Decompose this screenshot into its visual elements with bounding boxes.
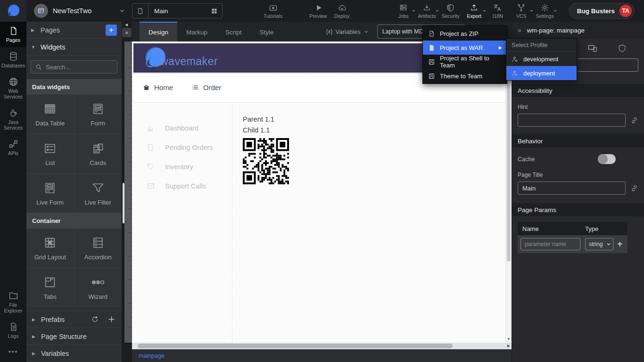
panel-section-page-structure[interactable]: ▶Page Structure xyxy=(26,328,122,345)
menu-item-inventory[interactable]: Inventory xyxy=(133,157,232,176)
pages-section-header[interactable]: ▶ Pages + xyxy=(26,22,122,39)
widget-tile-cards[interactable]: Cards xyxy=(74,134,122,173)
widget-tile-wizard[interactable]: Wizard xyxy=(74,268,122,307)
add-param-button[interactable]: + xyxy=(617,239,623,250)
security-button[interactable]: Security xyxy=(439,0,462,22)
bind-link-icon[interactable] xyxy=(630,116,638,124)
page-grid-icon[interactable] xyxy=(206,8,222,15)
export-menu-item-theme[interactable]: Theme to Team xyxy=(423,69,507,83)
sidebar-item-file-explorer[interactable]: FileExplorer xyxy=(0,287,26,318)
menu-item-pending-orders[interactable]: Pending Orders xyxy=(133,138,232,157)
cards-icon xyxy=(91,141,105,156)
inventory-icon xyxy=(147,163,155,171)
widget-tile-list[interactable]: List xyxy=(26,134,74,173)
shield-icon[interactable] xyxy=(618,44,627,53)
i18n-button[interactable]: I18N xyxy=(486,0,510,22)
vcs-button[interactable]: VCS xyxy=(510,0,533,22)
tab-script[interactable]: Script xyxy=(216,22,251,41)
widget-tile-accordion[interactable]: Accordion xyxy=(74,229,122,268)
widget-tile-live-filter[interactable]: Live Filter xyxy=(74,174,122,213)
canvas-vertical-scrollbar[interactable]: ▼ xyxy=(505,41,512,343)
more-options-button[interactable]: ••• xyxy=(0,343,26,362)
preview-button[interactable]: Preview xyxy=(306,0,330,22)
variables-dropdown[interactable]: {x} Variables xyxy=(326,28,369,35)
sidebar-item-java-services[interactable]: JavaServices xyxy=(0,104,26,135)
export-button[interactable]: Export xyxy=(462,0,486,22)
cache-toggle[interactable] xyxy=(598,154,616,164)
sidebar-item-logs[interactable]: Logs xyxy=(0,318,26,343)
sidebar-item-apis[interactable]: APIs xyxy=(0,135,26,160)
menu-item-support-calls[interactable]: Support Calls xyxy=(133,176,232,196)
canvas-horizontal-scrollbar[interactable]: ▶ xyxy=(132,343,512,349)
chevron-right-icon: ▶ xyxy=(31,28,36,33)
jobs-button[interactable]: Jobs xyxy=(392,0,415,22)
widget-tile-live-form[interactable]: Live Form xyxy=(26,174,74,213)
vscroll-down-arrow[interactable]: ▼ xyxy=(506,337,512,341)
menu-item-dashboard[interactable]: Dashboard xyxy=(133,118,232,138)
behavior-section-header[interactable]: Behavior xyxy=(512,134,644,148)
artifacts-button[interactable]: Artifacts xyxy=(415,0,439,22)
widget-tile-data-table[interactable]: Data Table xyxy=(26,95,74,134)
export-menu-item-shell[interactable]: Project as Shell to Team xyxy=(423,55,507,69)
avatar[interactable]: TA xyxy=(619,5,632,17)
page-params-section-header[interactable]: Page Params xyxy=(512,203,644,216)
tutorials-button[interactable]: Tutorials xyxy=(261,0,285,22)
qr-code-image[interactable] xyxy=(243,138,505,184)
vscroll-thumb[interactable] xyxy=(507,73,511,261)
refresh-icon[interactable] xyxy=(91,315,99,323)
hscroll-left-arrow[interactable]: ◀ xyxy=(125,23,128,341)
sidebar-item-web-services[interactable]: WebServices xyxy=(0,73,26,104)
deploy-button[interactable]: Deploy xyxy=(330,0,354,22)
form-icon xyxy=(91,102,105,116)
widgets-section-label: Widgets xyxy=(41,43,117,51)
wavemaker-logo[interactable] xyxy=(0,0,26,22)
profile-item-deployment[interactable]: deployment xyxy=(506,66,577,80)
team-button[interactable]: Bug Busters TA xyxy=(569,3,635,19)
widget-tile-grid-layout[interactable]: Grid Layout xyxy=(26,229,74,268)
hint-input[interactable] xyxy=(518,114,626,127)
param-type-select[interactable]: string xyxy=(585,238,613,250)
hscroll-thumb[interactable] xyxy=(138,344,453,348)
accessibility-section-header[interactable]: Accessibility xyxy=(512,84,644,97)
tab-markup[interactable]: Markup xyxy=(177,22,216,41)
nav-item-order[interactable]: Order xyxy=(192,83,221,91)
page-selector[interactable]: Main xyxy=(132,3,223,18)
dashboard-icon xyxy=(147,124,155,132)
chevron-right-icon: ▶ xyxy=(32,351,36,356)
widgets-section-header[interactable]: ▼ Widgets xyxy=(26,39,122,56)
param-name-input[interactable] xyxy=(520,238,580,250)
widget-search-input[interactable] xyxy=(46,64,113,71)
page-title-input[interactable] xyxy=(518,181,626,195)
bind-link-icon[interactable] xyxy=(630,184,638,192)
profile-submenu: Select Profile developmentdeployment xyxy=(506,38,577,81)
sidebar-item-databases[interactable]: Databases xyxy=(0,47,26,73)
widget-tile-form[interactable]: Form xyxy=(74,95,122,134)
apis-icon xyxy=(8,139,18,149)
nav-item-home[interactable]: Home xyxy=(143,83,173,91)
project-switcher[interactable]: NewTestTwo xyxy=(26,4,132,18)
profile-item-development[interactable]: development xyxy=(506,52,577,66)
top-bar: NewTestTwo Main TutorialsPreviewDeploy J… xyxy=(0,0,644,22)
double-chevron-right-icon[interactable]: » xyxy=(518,26,521,34)
wizard-icon xyxy=(91,275,105,289)
open-page-tab[interactable]: mainpage xyxy=(139,353,165,359)
export-menu-item-zip[interactable]: Project as ZIP xyxy=(423,26,507,41)
hscroll-right-arrow[interactable]: ▶ xyxy=(507,344,510,348)
add-page-button[interactable]: + xyxy=(106,25,117,36)
devices-icon[interactable] xyxy=(587,43,598,53)
settings-button[interactable]: Settings xyxy=(533,0,557,22)
parent-label[interactable]: Parent 1.1 xyxy=(243,115,505,123)
panel-section-variables[interactable]: ▶Variables xyxy=(26,345,122,362)
panel-section-prefabs[interactable]: ▶Prefabs xyxy=(26,311,122,328)
variables-label: Variables xyxy=(336,28,361,35)
design-canvas: wavemaker HomeOrder DashboardPending Ord… xyxy=(132,41,512,343)
sidebar-item-pages[interactable]: Pages xyxy=(0,22,26,47)
child-label[interactable]: Child 1.1 xyxy=(243,126,505,134)
add-prefab-icon[interactable] xyxy=(107,315,116,324)
widget-tile-tabs[interactable]: Tabs xyxy=(26,268,74,307)
canvas-page[interactable]: wavemaker HomeOrder DashboardPending Ord… xyxy=(133,43,505,343)
panel-scrollbar-thumb[interactable] xyxy=(123,183,124,223)
tab-style[interactable]: Style xyxy=(251,22,283,41)
export-menu-item-war[interactable]: Project as WAR▶ xyxy=(423,41,507,55)
tab-design[interactable]: Design xyxy=(140,22,177,41)
